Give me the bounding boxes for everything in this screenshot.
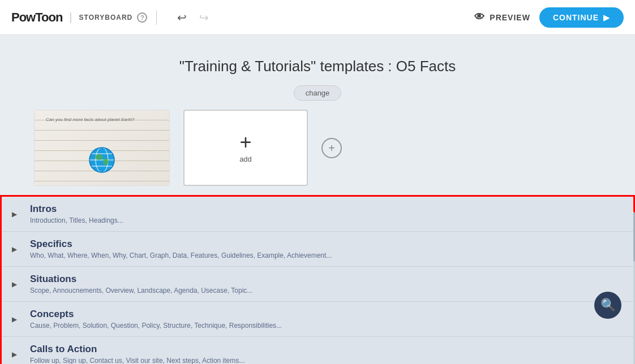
add-slide-button[interactable]: + add bbox=[183, 110, 308, 186]
logo: PowToon bbox=[11, 10, 62, 25]
add-circle-button[interactable]: + bbox=[321, 138, 342, 158]
category-tags: Who, What, Where, When, Why, Chart, Grap… bbox=[30, 252, 622, 259]
category-name: Concepts bbox=[30, 309, 622, 320]
slide-preview: Can you find more facts about planet Ear… bbox=[34, 110, 170, 186]
category-tags: Introduction, Titles, Headings... bbox=[30, 216, 622, 224]
eye-icon: 👁 bbox=[474, 11, 485, 23]
storyboard-label: STORYBOARD bbox=[79, 14, 133, 21]
add-label: add bbox=[239, 155, 252, 163]
app-header: PowToon | STORYBOARD ? ↩ ↪ 👁 PREVIEW CON… bbox=[0, 0, 635, 35]
logo-area: PowToon | STORYBOARD ? bbox=[11, 10, 157, 25]
preview-button[interactable]: 👁 PREVIEW bbox=[474, 11, 530, 23]
category-item[interactable]: ▶ConceptsCause, Problem, Solution, Quest… bbox=[2, 302, 633, 337]
title-suffix: O5 Facts bbox=[396, 58, 456, 75]
category-chevron-icon: ▶ bbox=[12, 350, 17, 358]
slide-thumbnail: Can you find more facts about planet Ear… bbox=[35, 110, 169, 185]
nav-icons: ↩ ↪ bbox=[175, 8, 211, 27]
category-name: Situations bbox=[30, 274, 622, 285]
search-fab-icon: 🔍 bbox=[600, 298, 616, 313]
category-name: Specifics bbox=[30, 239, 622, 250]
preview-label: PREVIEW bbox=[490, 13, 530, 22]
category-item[interactable]: ▶SituationsScope, Annoucnements, Overvie… bbox=[2, 267, 633, 302]
continue-button[interactable]: CONTINUE ▶ bbox=[539, 7, 624, 28]
category-tags: Cause, Problem, Solution, Question, Poli… bbox=[30, 322, 622, 330]
search-fab-button[interactable]: 🔍 bbox=[594, 292, 621, 319]
change-button[interactable]: change bbox=[294, 85, 342, 101]
continue-label: CONTINUE bbox=[553, 13, 599, 22]
category-item[interactable]: ▶Calls to ActionFollow up, Sign up, Cont… bbox=[2, 337, 633, 364]
header-left: PowToon | STORYBOARD ? ↩ ↪ bbox=[11, 8, 211, 27]
main-content: "Training & Tutorials" templates : O5 Fa… bbox=[0, 35, 635, 364]
change-button-wrap: change bbox=[0, 85, 635, 101]
category-name: Intros bbox=[30, 203, 622, 215]
page-title: "Training & Tutorials" templates : O5 Fa… bbox=[0, 58, 635, 75]
category-item[interactable]: ▶IntrosIntroduction, Titles, Headings... bbox=[2, 197, 633, 232]
redo-button[interactable]: ↪ bbox=[197, 8, 211, 27]
category-chevron-icon: ▶ bbox=[12, 280, 17, 288]
add-plus-icon: + bbox=[239, 132, 251, 153]
add-circle-icon: + bbox=[328, 142, 335, 155]
category-tags: Follow up, Sign up, Contact us, Visit ou… bbox=[30, 357, 622, 364]
category-tags: Scope, Annoucnements, Overview, Landscap… bbox=[30, 287, 622, 294]
category-chevron-icon: ▶ bbox=[12, 245, 17, 253]
category-chevron-icon: ▶ bbox=[12, 315, 17, 323]
slides-row: Can you find more facts about planet Ear… bbox=[0, 110, 635, 186]
categories-section: ▶IntrosIntroduction, Titles, Headings...… bbox=[0, 195, 635, 364]
undo-button[interactable]: ↩ bbox=[175, 8, 189, 27]
category-chevron-icon: ▶ bbox=[12, 210, 17, 218]
category-item[interactable]: ▶SpecificsWho, What, Where, When, Why, C… bbox=[2, 232, 633, 267]
svg-point-5 bbox=[95, 154, 103, 160]
separator: | bbox=[69, 11, 72, 24]
svg-point-6 bbox=[103, 158, 109, 165]
category-name: Calls to Action bbox=[30, 344, 622, 355]
title-prefix: "Training & Tutorials" templates : bbox=[179, 58, 392, 75]
slide-text: Can you find more facts about planet Ear… bbox=[46, 117, 135, 122]
header-right: 👁 PREVIEW CONTINUE ▶ bbox=[474, 7, 624, 28]
continue-arrow-icon: ▶ bbox=[603, 13, 610, 22]
help-icon[interactable]: ? bbox=[137, 12, 147, 23]
globe-icon bbox=[88, 146, 116, 174]
